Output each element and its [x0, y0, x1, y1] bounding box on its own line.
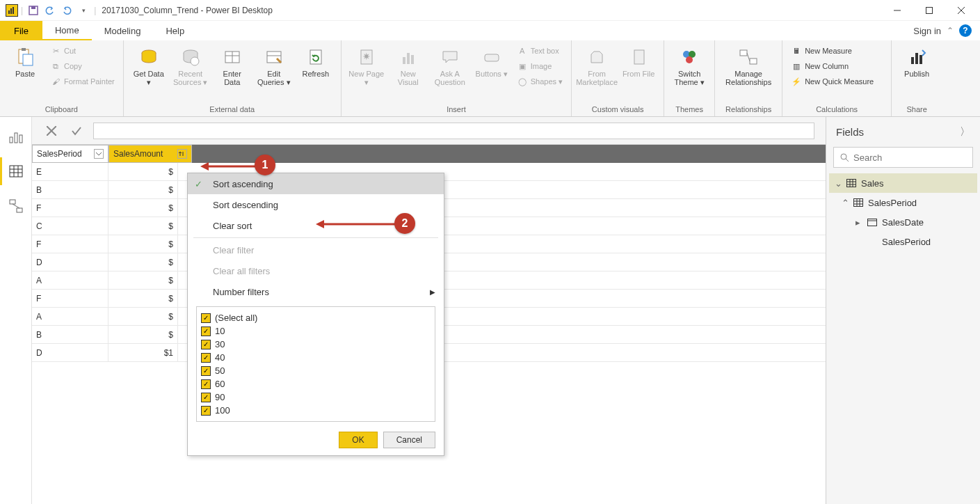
cell-salesperiod[interactable]: E — [32, 163, 109, 180]
paste-button[interactable]: Paste — [6, 43, 45, 81]
filter-value-row[interactable]: ✓60 — [201, 377, 431, 391]
menu-number-filters[interactable]: Number filters▶ — [188, 281, 444, 302]
cell-salesperiod[interactable]: B — [32, 181, 109, 198]
checkbox-checked-icon[interactable]: ✓ — [201, 340, 211, 349]
new-column-button[interactable]: ▥New Column — [788, 58, 885, 74]
cell-salesperiod[interactable]: A — [32, 271, 109, 289]
column-header-salesperiod[interactable]: SalesPeriod — [32, 145, 109, 163]
cancel-button[interactable]: Cancel — [383, 432, 435, 448]
table-sales[interactable]: ⌄ Sales — [829, 173, 977, 193]
cell-salesamount[interactable]: $ — [109, 271, 178, 289]
checkbox-checked-icon[interactable]: ✓ — [201, 406, 211, 416]
annotation-arrow-2 — [316, 218, 396, 230]
field-salesperiod[interactable]: SalesPeriod — [829, 232, 977, 251]
ask-question-button[interactable]: Ask A Question — [431, 43, 469, 89]
from-file-button[interactable]: From File — [619, 43, 658, 81]
svg-rect-10 — [22, 48, 26, 51]
checkbox-checked-icon[interactable]: ✓ — [201, 326, 211, 336]
cell-salesperiod[interactable]: F — [32, 290, 109, 307]
cell-salesperiod[interactable]: D — [32, 344, 109, 361]
field-salesdate[interactable]: ▸ SalesDate — [829, 212, 977, 232]
cell-salesamount[interactable]: $ — [109, 326, 178, 343]
filter-dropdown-icon[interactable] — [94, 149, 104, 159]
data-view-button[interactable] — [5, 160, 27, 182]
minimize-button[interactable] — [881, 0, 913, 21]
manage-relationships-button[interactable]: Manage Relationships — [721, 43, 776, 89]
column-header-salesamount[interactable]: SalesAmount — [109, 145, 192, 163]
formula-commit-button[interactable] — [68, 123, 85, 139]
recent-sources-button[interactable]: Recent Sources ▾ — [171, 43, 210, 90]
checkbox-checked-icon[interactable]: ✓ — [201, 353, 211, 363]
shapes-button[interactable]: ◯Shapes ▾ — [514, 74, 565, 89]
get-data-button[interactable]: Get Data ▾ — [129, 43, 168, 90]
filter-value-row[interactable]: ✓100 — [201, 404, 431, 417]
cell-salesperiod[interactable]: C — [32, 217, 109, 235]
filter-value-row[interactable]: ✓30 — [201, 338, 431, 351]
refresh-button[interactable]: Refresh — [296, 43, 335, 81]
new-visual-button[interactable]: New Visual — [389, 43, 428, 89]
report-view-button[interactable] — [5, 125, 27, 148]
tab-home[interactable]: Home — [42, 21, 92, 40]
sign-in-link[interactable]: Sign in — [913, 26, 941, 36]
copy-button[interactable]: ⧉Copy — [47, 58, 118, 74]
maximize-button[interactable] — [913, 0, 945, 21]
menu-sort-descending[interactable]: Sort descending — [188, 194, 444, 215]
save-icon[interactable] — [26, 3, 41, 18]
new-measure-button[interactable]: 🖩New Measure — [788, 43, 885, 58]
formula-input[interactable] — [93, 123, 814, 139]
tab-modeling[interactable]: Modeling — [92, 21, 154, 40]
cell-salesamount[interactable]: $1 — [109, 344, 178, 361]
cell-salesamount[interactable]: $ — [109, 217, 178, 235]
checkbox-checked-icon[interactable]: ✓ — [201, 313, 211, 323]
file-tab[interactable]: File — [0, 21, 42, 40]
help-icon[interactable]: ? — [959, 24, 972, 37]
table-salesperiod[interactable]: ⌃ SalesPeriod — [829, 193, 977, 212]
close-button[interactable] — [945, 0, 977, 21]
fields-search-input[interactable] — [853, 152, 970, 163]
ok-button[interactable]: OK — [339, 432, 377, 448]
chevron-up-icon[interactable]: ⌃ — [947, 26, 954, 36]
cell-salesamount[interactable]: $ — [109, 181, 178, 198]
tab-help[interactable]: Help — [153, 21, 197, 40]
filter-value-row[interactable]: ✓90 — [201, 391, 431, 404]
qat-dropdown-icon[interactable]: ▾ — [76, 3, 91, 18]
filter-value-row[interactable]: ✓40 — [201, 351, 431, 364]
redo-icon[interactable] — [59, 3, 74, 18]
filter-value-row[interactable]: ✓10 — [201, 324, 431, 338]
sort-filter-icon[interactable] — [177, 149, 187, 159]
cell-salesperiod[interactable]: F — [32, 199, 109, 216]
cut-button[interactable]: ✂Cut — [47, 43, 118, 58]
cell-salesperiod[interactable]: B — [32, 326, 109, 343]
cell-salesperiod[interactable]: D — [32, 253, 109, 271]
expand-panel-icon[interactable]: 〉 — [960, 125, 970, 139]
publish-button[interactable]: Publish — [897, 43, 936, 81]
text-box-button[interactable]: AText box — [514, 43, 565, 58]
format-painter-button[interactable]: 🖌Format Painter — [47, 74, 118, 89]
cell-salesperiod[interactable]: F — [32, 235, 109, 253]
cell-salesamount[interactable]: $ — [109, 253, 178, 271]
fields-search[interactable] — [833, 147, 973, 168]
filter-value-row[interactable]: ✓50 — [201, 364, 431, 377]
from-marketplace-button[interactable]: From Marketplace — [577, 43, 616, 89]
buttons-button[interactable]: Buttons ▾ — [472, 43, 511, 81]
checkbox-checked-icon[interactable]: ✓ — [201, 393, 211, 402]
enter-data-button[interactable]: Enter Data — [213, 43, 252, 89]
model-view-button[interactable] — [5, 195, 27, 217]
cell-salesamount[interactable]: $ — [109, 235, 178, 253]
menu-sort-ascending[interactable]: ✓Sort ascending — [188, 173, 444, 194]
formula-cancel-button[interactable] — [43, 123, 60, 139]
switch-theme-button[interactable]: Switch Theme ▾ — [670, 43, 709, 90]
new-quick-measure-button[interactable]: ⚡New Quick Measure — [788, 74, 885, 89]
cell-salesamount[interactable]: $ — [109, 290, 178, 307]
cell-salesamount[interactable]: $ — [109, 308, 178, 325]
cell-salesamount[interactable]: $ — [109, 199, 178, 216]
cell-salesperiod[interactable]: A — [32, 308, 109, 325]
checkbox-checked-icon[interactable]: ✓ — [201, 366, 211, 376]
cell-salesamount[interactable]: $ — [109, 163, 178, 180]
filter-value-row[interactable]: ✓(Select all) — [201, 311, 431, 324]
image-button[interactable]: ▣Image — [514, 58, 565, 74]
checkbox-checked-icon[interactable]: ✓ — [201, 379, 211, 389]
new-page-button[interactable]: ✷New Page ▾ — [347, 43, 386, 90]
undo-icon[interactable] — [42, 3, 58, 18]
edit-queries-button[interactable]: Edit Queries ▾ — [255, 43, 294, 90]
